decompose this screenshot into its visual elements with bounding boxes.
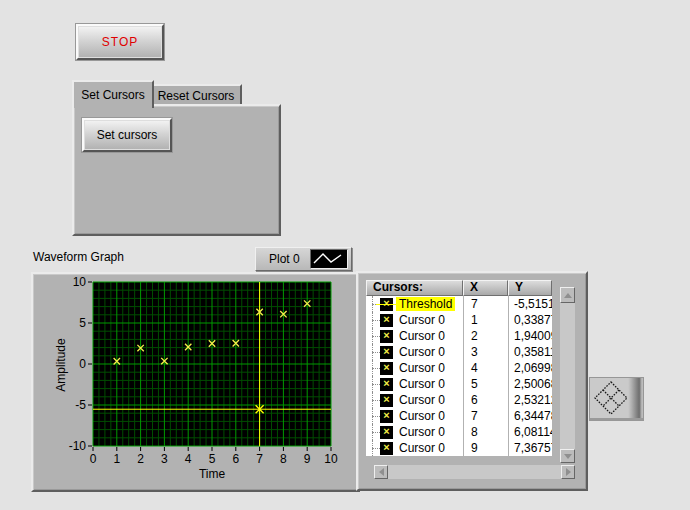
cursor-table-row[interactable]: Cursor 062,53212 (366, 392, 552, 408)
cursor-x-icon[interactable] (380, 330, 393, 343)
cursor-table-row[interactable]: Cursor 021,94009 (366, 328, 552, 344)
scroll-right-button[interactable] (561, 465, 575, 479)
cursor-table-row[interactable]: Threshold7-5,5151 (366, 296, 552, 312)
tree-connector (366, 376, 380, 392)
tab-set-cursors-label: Set Cursors (81, 88, 144, 102)
cursor-x-value: 4 (463, 360, 508, 376)
cursor-name[interactable]: Cursor 0 (396, 409, 448, 423)
cursor-name-cell: Cursor 0 (366, 440, 463, 456)
horizontal-scrollbar[interactable] (374, 465, 575, 479)
cursor-x-value: 7 (463, 296, 508, 312)
tree-connector (366, 344, 380, 360)
cursor-table-header: Cursors: X Y (366, 280, 552, 296)
plot-area[interactable]: 012345678910-10-50510 (33, 274, 354, 486)
cursor-name[interactable]: Cursor 0 (396, 361, 448, 375)
svg-text:0: 0 (90, 452, 97, 466)
cursor-y-value: -5,5151 (508, 296, 552, 312)
stop-button-label: STOP (102, 35, 138, 49)
svg-text:5: 5 (209, 452, 216, 466)
tree-connector (366, 392, 380, 408)
svg-text:7: 7 (256, 452, 263, 466)
vertical-scrollbar[interactable] (560, 287, 575, 463)
cursor-x-icon[interactable] (380, 362, 393, 375)
tree-connector (366, 424, 380, 440)
svg-text:3: 3 (161, 452, 168, 466)
cursor-y-value: 6,08114 (508, 424, 552, 440)
cursor-y-value: 1,94009 (508, 328, 552, 344)
svg-text:5: 5 (79, 316, 86, 330)
plot-line-style-icon[interactable] (310, 249, 348, 269)
cursor-name[interactable]: Cursor 0 (396, 441, 448, 455)
svg-text:4: 4 (185, 452, 192, 466)
cursor-x-icon[interactable] (380, 394, 393, 407)
cursor-name-cell: Cursor 0 (366, 312, 463, 328)
cursor-name-cell: Cursor 0 (366, 376, 463, 392)
cursor-table-row[interactable]: Cursor 086,08114 (366, 424, 552, 440)
header-x: X (463, 280, 508, 296)
cursor-x-value: 7 (463, 408, 508, 424)
cursor-table-row[interactable]: Cursor 052,50068 (366, 376, 552, 392)
waveform-graph[interactable]: 012345678910-10-50510 Amplitude Time (31, 272, 360, 492)
cursor-name[interactable]: Cursor 0 (396, 377, 448, 391)
cursor-mover-pad[interactable] (589, 377, 644, 421)
cursor-x-value: 6 (463, 392, 508, 408)
cursor-x-value: 8 (463, 424, 508, 440)
cursor-table-row[interactable]: Cursor 097,36757 (366, 440, 552, 456)
tree-connector (366, 360, 380, 376)
cursor-name[interactable]: Cursor 0 (396, 425, 448, 439)
plot-legend-label: Plot 0 (269, 252, 310, 266)
stop-button[interactable]: STOP (76, 24, 164, 60)
cursor-table-row[interactable]: Cursor 042,06998 (366, 360, 552, 376)
scroll-up-button[interactable] (560, 287, 575, 303)
cursor-y-value: 0,35811 (508, 344, 552, 360)
svg-text:6: 6 (232, 452, 239, 466)
cursor-name[interactable]: Cursor 0 (396, 313, 448, 327)
cursor-name[interactable]: Cursor 0 (396, 329, 448, 343)
cursor-y-value: 6,34478 (508, 408, 552, 424)
scroll-down-button[interactable] (560, 449, 575, 463)
cursor-crosshair-icon[interactable] (380, 298, 393, 311)
svg-text:1: 1 (113, 452, 120, 466)
cursor-name-cell: Threshold (366, 296, 463, 312)
tab-reset-cursors[interactable]: Reset Cursors (150, 84, 242, 106)
set-cursors-button[interactable]: Set cursors (82, 118, 172, 152)
graph-title: Waveform Graph (33, 250, 124, 264)
tree-connector (366, 312, 380, 328)
cursor-name[interactable]: Cursor 0 (396, 393, 448, 407)
cursor-x-icon[interactable] (380, 378, 393, 391)
y-axis-label: Amplitude (54, 320, 68, 410)
cursor-x-icon[interactable] (380, 410, 393, 423)
tree-connector (366, 440, 380, 456)
svg-text:-5: -5 (75, 398, 86, 412)
cursor-name[interactable]: Cursor 0 (396, 345, 448, 359)
cursor-table-row[interactable]: Cursor 030,35811 (366, 344, 552, 360)
tree-connector (366, 328, 380, 344)
cursor-mover-diamond-icon (590, 378, 634, 418)
cursor-table-rows: Threshold7-5,5151Cursor 010,33877Cursor … (366, 296, 552, 456)
cursor-y-value: 2,53212 (508, 392, 552, 408)
svg-text:8: 8 (280, 452, 287, 466)
scroll-left-button[interactable] (374, 465, 388, 479)
cursor-y-value: 2,06998 (508, 360, 552, 376)
cursor-x-value: 2 (463, 328, 508, 344)
cursor-x-icon[interactable] (380, 346, 393, 359)
cursor-x-icon[interactable] (380, 426, 393, 439)
cursor-name-cell: Cursor 0 (366, 328, 463, 344)
cursor-y-value: 0,33877 (508, 312, 552, 328)
cursor-x-icon[interactable] (380, 442, 393, 455)
tab-set-cursors[interactable]: Set Cursors (72, 80, 154, 108)
cursor-x-value: 3 (463, 344, 508, 360)
cursor-name-cell: Cursor 0 (366, 408, 463, 424)
cursor-table-row[interactable]: Cursor 076,34478 (366, 408, 552, 424)
up-arrow-icon (564, 293, 572, 298)
plot-legend[interactable]: Plot 0 (255, 247, 352, 271)
cursor-name-cell: Cursor 0 (366, 392, 463, 408)
tree-connector (366, 408, 380, 424)
cursor-table-row[interactable]: Cursor 010,33877 (366, 312, 552, 328)
cursor-name[interactable]: Threshold (396, 297, 455, 311)
cursor-name-cell: Cursor 0 (366, 424, 463, 440)
cursor-name-cell: Cursor 0 (366, 344, 463, 360)
header-cursors: Cursors: (366, 280, 463, 296)
cursor-x-icon[interactable] (380, 314, 393, 327)
left-arrow-icon (379, 468, 384, 476)
